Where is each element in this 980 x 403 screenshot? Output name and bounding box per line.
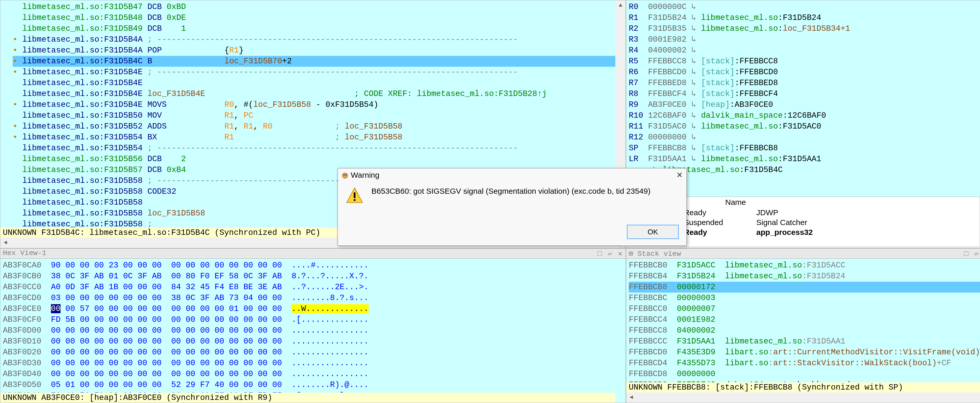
disasm-row[interactable]: libmetasec_ml.so:F31D5B54 ; ------------… xyxy=(13,143,626,154)
stack-row[interactable]: FFEBBCBC 00000003 xyxy=(629,293,980,303)
stack-status: UNKNOWN FFEBBCB8: [stack]:FFEBBCB8 (Sync… xyxy=(626,382,980,392)
stack-row[interactable]: FFEBBCB4 F31D5B24 libmetasec_ml.so:F31D5… xyxy=(629,271,980,282)
svg-rect-5 xyxy=(354,199,356,201)
disasm-row[interactable]: libmetasec_ml.so:F31D5B48 DCB 0xDE xyxy=(13,13,626,23)
stack-view-pane[interactable]: ⊞ Stack view □ ▱ ✕ FFEBBCB0 F31D5ACC lib… xyxy=(626,248,980,403)
disasm-row[interactable]: libmetasec_ml.so:F31D5B4E loc_F31D5B4E ;… xyxy=(13,88,626,99)
register-row[interactable]: R6 FFEBBCD0 ↳ [stack]:FFEBBCD0 xyxy=(629,67,980,78)
app-icon xyxy=(341,172,348,179)
hex-row[interactable]: AB3F0CE0 00 00 57 00 00 00 00 00 00 00 0… xyxy=(3,303,623,314)
svg-point-1 xyxy=(344,174,345,175)
hex-row[interactable]: AB3F0D50 05 01 00 00 00 00 00 00 52 29 F… xyxy=(3,379,623,390)
register-row[interactable]: R12 00000000 ↳ xyxy=(629,132,980,143)
disasm-row[interactable]: libmetasec_ml.so:F31D5B50 MOV R1, PC xyxy=(13,110,626,121)
disasm-row[interactable]: libmetasec_ml.so:F31D5B49 DCB 1 xyxy=(13,23,626,34)
register-row[interactable]: R4 04000002 ↳ xyxy=(629,45,980,56)
register-row[interactable]: R5 FFEBBCC8 ↳ [stack]:FFEBBCC8 xyxy=(629,56,980,67)
hex-row[interactable]: AB3F0CF0 FD 5B 00 00 00 00 00 00 00 00 0… xyxy=(3,314,623,325)
close-icon[interactable]: ✕ xyxy=(676,170,683,180)
hex-row[interactable]: AB3F0D40 00 00 00 00 00 00 00 00 00 00 0… xyxy=(3,369,623,379)
stack-view-title-text: Stack view xyxy=(638,250,681,258)
hex-view-title: Hex View-1 □ ▱ ✕ xyxy=(0,248,626,259)
disasm-row[interactable]: • libmetasec_ml.so:F31D5B4A POP {R1} xyxy=(13,45,626,56)
disasm-row[interactable]: • libmetasec_ml.so:F31D5B4E ; ----------… xyxy=(13,67,626,78)
dialog-message: B653CB60: got SIGSEGV signal (Segmentati… xyxy=(371,187,651,196)
stack-row[interactable]: FFEBBCD4 F4355D73 libart.so:art::StackVi… xyxy=(629,358,980,369)
hex-row[interactable]: AB3F0D20 00 00 00 00 00 00 00 00 00 00 0… xyxy=(3,347,623,358)
scrollbar-horizontal[interactable] xyxy=(626,392,980,403)
stack-row[interactable]: FFEBBCC8 04000002 xyxy=(629,325,980,336)
hex-view-pane[interactable]: Hex View-1 □ ▱ ✕ AB3F0CA0 90 00 00 00 23… xyxy=(0,248,626,403)
disasm-row[interactable]: libmetasec_ml.so:F31D5B56 DCB 2 xyxy=(13,154,626,164)
register-row[interactable]: LR F31D5AA1 ↳ libmetasec_ml.so:F31D5AA1 xyxy=(629,154,980,164)
stack-view-title: ⊞ Stack view □ ▱ ✕ xyxy=(626,248,980,259)
svg-point-0 xyxy=(342,172,348,179)
stack-listing[interactable]: FFEBBCB0 F31D5ACC libmetasec_ml.so:F31D5… xyxy=(626,259,980,401)
disasm-row[interactable]: • libmetasec_ml.so:F31D5B4C B loc_F31D5B… xyxy=(13,56,626,67)
dialog-title-text: Warning xyxy=(351,171,379,179)
stack-row[interactable]: FFEBBCD8 00000000 xyxy=(629,369,980,379)
hex-row[interactable]: AB3F0D30 00 00 00 00 00 00 00 00 00 00 0… xyxy=(3,358,623,369)
col-name: Name xyxy=(725,198,977,207)
hex-row[interactable]: AB3F0CC0 A0 0D 3F AB 1B 00 00 00 84 32 4… xyxy=(3,282,623,293)
hex-row[interactable]: AB3F0CB0 38 0C 3F AB 01 0C 3F AB 00 80 F… xyxy=(3,271,623,282)
window-controls-icon[interactable]: □ ▱ ✕ xyxy=(964,249,980,258)
register-row[interactable]: R10 12C6BAF0 ↳ dalvik_main_space:12C6BAF… xyxy=(629,110,980,121)
window-controls-icon[interactable]: □ ▱ ✕ xyxy=(597,249,623,258)
hex-row[interactable]: AB3F0D10 00 00 00 00 00 00 00 00 00 00 0… xyxy=(3,336,623,347)
register-row[interactable]: R11 F31D5AC0 ↳ libmetasec_ml.so:F31D5AC0 xyxy=(629,121,980,132)
register-row[interactable]: R2 F31D5B35 ↳ libmetasec_ml.so:loc_F31D5… xyxy=(629,23,980,34)
stack-row[interactable]: FFEBBCD0 F435E3D9 libart.so:art::Current… xyxy=(629,347,980,358)
disasm-row[interactable]: • libmetasec_ml.so:F31D5B4E MOVS R0, #(l… xyxy=(13,99,626,110)
stack-row[interactable]: FFEBBCC0 00000007 xyxy=(629,303,980,314)
register-row[interactable]: R8 FFEBBCF4 ↳ [stack]:FFEBBCF4 xyxy=(629,88,980,99)
stack-row[interactable]: FFEBBCC4 0001E982 xyxy=(629,314,980,325)
register-row[interactable]: R3 0001E982 ↳ xyxy=(629,34,980,45)
stack-row[interactable]: FFEBBCCC F31D5AA1 libmetasec_ml.so:F31D5… xyxy=(629,336,980,347)
disasm-row[interactable]: libmetasec_ml.so:F31D5B4E xyxy=(13,78,626,88)
disasm-row[interactable]: • libmetasec_ml.so:F31D5B4A ; ----------… xyxy=(13,34,626,45)
register-row[interactable]: SP FFEBBCB8 ↳ [stack]:FFEBBCB8 xyxy=(629,143,980,154)
hex-status: UNKNOWN AB3F0CE0: [heap]:AB3F0CE0 (Synch… xyxy=(0,393,615,403)
register-row[interactable]: R7 FFEBBED8 ↳ [stack]:FFEBBED8 xyxy=(629,78,980,88)
ok-button[interactable]: OK xyxy=(627,225,679,239)
hex-row[interactable]: AB3F0CD0 03 00 00 00 00 00 00 00 38 0C 3… xyxy=(3,293,623,303)
stack-row[interactable]: FFEBBCB8 00000172 xyxy=(629,282,980,293)
disasm-row[interactable]: • libmetasec_ml.so:F31D5B54 BX R1 ; loc_… xyxy=(13,132,626,143)
stack-row[interactable]: FFEBBCB0 F31D5ACC libmetasec_ml.so:F31D5… xyxy=(629,260,980,271)
hex-row[interactable]: AB3F0D00 00 00 00 00 00 00 00 00 00 00 0… xyxy=(3,325,623,336)
disasm-row[interactable]: • libmetasec_ml.so:F31D5B52 ADDS R1, R1,… xyxy=(13,121,626,132)
hex-row[interactable]: AB3F0CA0 90 00 00 00 23 00 00 00 00 00 0… xyxy=(3,260,623,271)
svg-point-2 xyxy=(345,174,347,175)
disasm-row[interactable]: libmetasec_ml.so:F31D5B47 DCB 0xBD xyxy=(13,2,626,13)
svg-rect-4 xyxy=(354,193,356,198)
warning-dialog: Warning ✕ B653CB60: got SIGSEGV signal (… xyxy=(337,168,687,246)
register-row[interactable]: R1 F31D5B24 ↳ libmetasec_ml.so:F31D5B24 xyxy=(629,13,980,23)
registers-listing: R0 0000000C ↳R1 F31D5B24 ↳ libmetasec_ml… xyxy=(626,0,980,175)
hex-listing[interactable]: AB3F0CA0 90 00 00 00 23 00 00 00 00 00 0… xyxy=(0,259,626,403)
hex-view-title-text: Hex View-1 xyxy=(3,249,46,258)
warning-icon xyxy=(345,187,364,205)
register-row[interactable]: R0 0000000C ↳ xyxy=(629,2,980,13)
register-row[interactable]: R9 AB3F0CE0 ↳ [heap]:AB3F0CE0 xyxy=(629,99,980,110)
